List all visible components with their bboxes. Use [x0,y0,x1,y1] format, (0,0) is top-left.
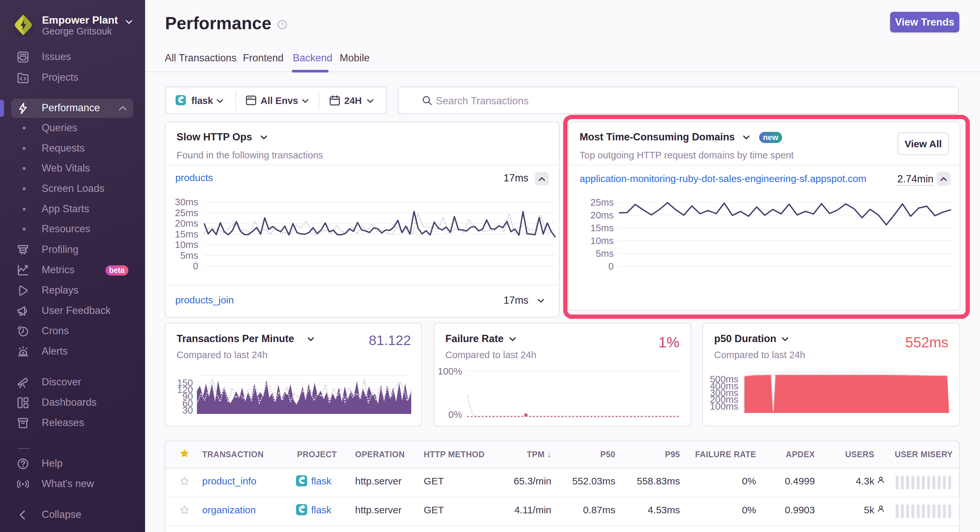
svg-text:?: ? [281,22,284,27]
